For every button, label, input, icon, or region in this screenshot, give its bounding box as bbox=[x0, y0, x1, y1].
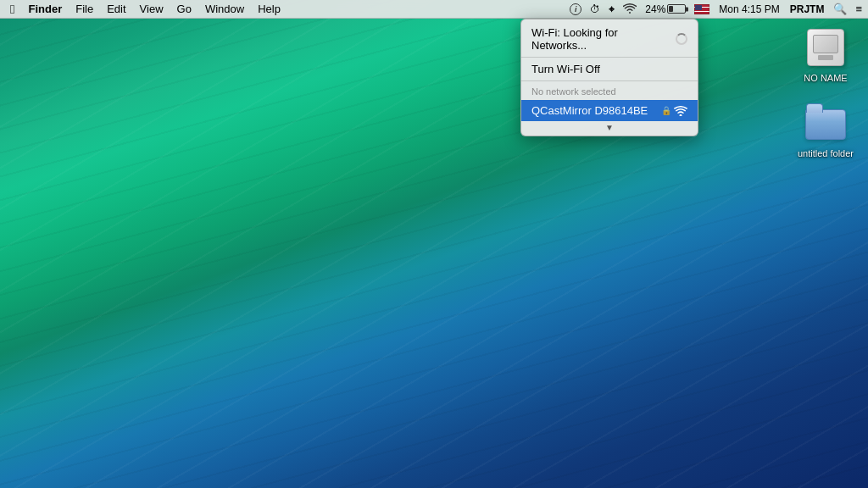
list-icon: ≡ bbox=[855, 3, 862, 15]
menubar:  Finder File Edit View Go Window Help i… bbox=[0, 0, 868, 19]
wifi-strength-icon bbox=[674, 106, 687, 116]
menubar-username[interactable]: PRJTM bbox=[787, 3, 828, 15]
no-name-drive-icon[interactable]: NO NAME bbox=[792, 25, 860, 84]
wifi-network-item[interactable]: QCastMirror D98614BE 🔒 bbox=[521, 100, 698, 121]
wifi-icon bbox=[623, 3, 637, 15]
bluetooth-icon: ⌖ bbox=[609, 3, 615, 15]
hdd-icon-image bbox=[804, 25, 848, 69]
go-menu[interactable]: Go bbox=[170, 0, 198, 19]
battery-fill bbox=[669, 6, 672, 12]
wifi-network-name: QCastMirror D98614BE bbox=[531, 104, 661, 117]
wifi-section-label: No network selected bbox=[521, 81, 698, 100]
file-menu[interactable]: File bbox=[69, 0, 100, 19]
wifi-dropdown: Wi-Fi: Looking for Networks... Turn Wi-F… bbox=[520, 19, 698, 136]
no-name-drive-label: NO NAME bbox=[804, 73, 847, 84]
edit-menu[interactable]: Edit bbox=[100, 0, 132, 19]
info-icon: i bbox=[570, 3, 581, 15]
folder-body-wrapper bbox=[805, 106, 846, 140]
clock-status-icon[interactable]: ⏱ bbox=[587, 3, 603, 15]
desktop-icons: NO NAME untitled folder bbox=[792, 25, 860, 159]
turn-wifi-off-button[interactable]: Turn Wi-Fi Off bbox=[521, 58, 698, 80]
menubar-right: i ⏱ ⌖ 24% Mon bbox=[567, 3, 865, 15]
finder-menu[interactable]: Finder bbox=[21, 0, 69, 19]
wifi-dropdown-arrow: ▼ bbox=[521, 121, 698, 136]
wifi-network-icons: 🔒 bbox=[661, 106, 687, 116]
wifi-dropdown-header: Wi-Fi: Looking for Networks... bbox=[521, 19, 698, 57]
untitled-folder-label: untitled folder bbox=[798, 148, 854, 159]
menubar-time[interactable]: Mon 4:15 PM bbox=[715, 3, 782, 15]
search-icon: 🔍 bbox=[833, 3, 847, 15]
input-source-flag[interactable] bbox=[692, 4, 712, 14]
svg-point-0 bbox=[680, 114, 682, 115]
battery-status[interactable]: 24% bbox=[643, 3, 688, 15]
folder-body bbox=[805, 109, 846, 140]
window-menu[interactable]: Window bbox=[198, 0, 251, 19]
lock-icon: 🔒 bbox=[661, 106, 671, 115]
info-status-icon[interactable]: i bbox=[567, 3, 584, 15]
wifi-header-text: Wi-Fi: Looking for Networks... bbox=[531, 26, 676, 52]
wifi-spinner bbox=[676, 33, 687, 45]
hdd-body bbox=[807, 29, 844, 66]
help-menu[interactable]: Help bbox=[251, 0, 287, 19]
wifi-status-icon[interactable] bbox=[620, 3, 639, 15]
apple-menu[interactable]:  bbox=[3, 0, 21, 19]
view-menu[interactable]: View bbox=[133, 0, 170, 19]
spotlight-search-icon[interactable]: 🔍 bbox=[831, 3, 849, 15]
folder-icon-image bbox=[804, 101, 848, 145]
us-flag-icon bbox=[694, 4, 709, 14]
notification-center-icon[interactable]: ≡ bbox=[853, 3, 865, 15]
clock-icon: ⏱ bbox=[590, 3, 600, 15]
desktop bbox=[0, 0, 868, 488]
menubar-left:  Finder File Edit View Go Window Help bbox=[3, 0, 567, 19]
battery-percent-label: 24% bbox=[645, 3, 665, 15]
untitled-folder-icon[interactable]: untitled folder bbox=[792, 101, 860, 159]
bluetooth-status-icon[interactable]: ⌖ bbox=[606, 3, 617, 15]
battery-icon bbox=[667, 4, 686, 14]
